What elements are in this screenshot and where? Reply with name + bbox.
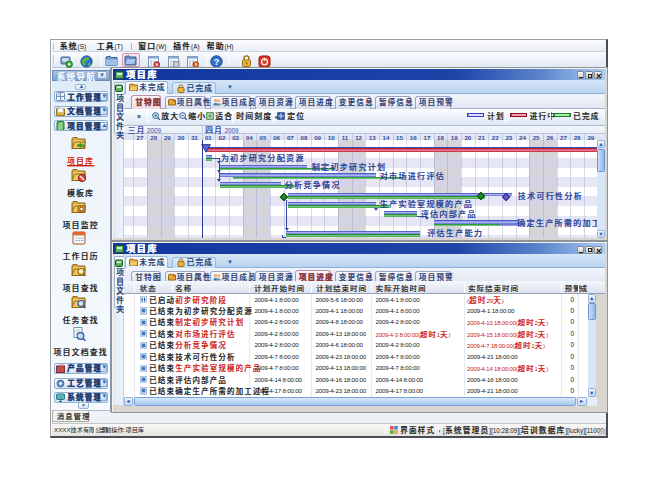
svg-text:?: ? xyxy=(213,56,219,66)
